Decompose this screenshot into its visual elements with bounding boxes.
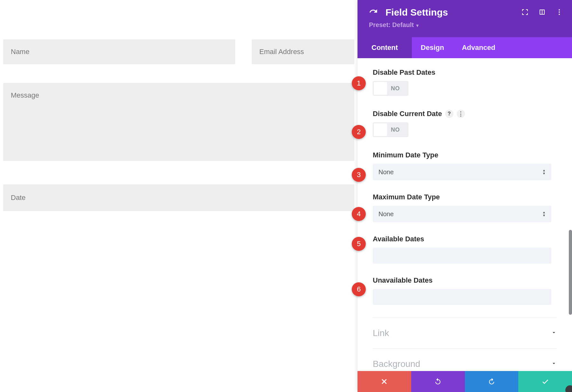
unavailable-dates-input[interactable]	[373, 289, 551, 305]
toggle-value: NO	[391, 85, 400, 92]
option-available-dates: Available Dates	[373, 235, 557, 264]
accordion-background[interactable]: Background	[373, 348, 557, 371]
toggle-knob	[374, 123, 387, 136]
badge-4: 4	[352, 207, 366, 221]
form-row-1	[3, 39, 354, 64]
panel-title: Field Settings	[385, 7, 448, 18]
unavailable-dates-label: Unavailable Dates	[373, 276, 557, 285]
select-arrows-icon: ▲▼	[542, 169, 546, 175]
badge-2: 2	[352, 125, 366, 139]
help-icon[interactable]: ?	[445, 110, 453, 118]
chevron-down-icon	[551, 330, 557, 337]
chevron-down-icon	[551, 361, 557, 368]
option-kebab-icon[interactable]: ⋮	[457, 110, 465, 118]
disable-current-date-label-text: Disable Current Date	[373, 110, 442, 118]
save-button[interactable]	[518, 371, 572, 392]
badge-5: 5	[352, 237, 366, 251]
select-arrows-icon: ▲▼	[542, 211, 546, 217]
tabs: Content Design Advanced	[358, 37, 572, 58]
max-date-type-select[interactable]: None ▲▼	[373, 206, 551, 222]
disable-past-dates-toggle[interactable]: NO	[373, 81, 408, 96]
max-date-type-label: Maximum Date Type	[373, 193, 557, 201]
message-field[interactable]	[3, 83, 354, 161]
form-row-2	[3, 83, 354, 162]
option-min-date-type: Minimum Date Type None ▲▼	[373, 151, 557, 180]
disable-past-dates-label: Disable Past Dates	[373, 68, 557, 77]
expand-icon[interactable]	[521, 8, 529, 18]
toggle-knob	[374, 82, 387, 95]
layout-icon[interactable]	[538, 8, 546, 18]
options-body: Disable Past Dates NO Disable Current Da…	[358, 58, 572, 371]
accordion-link[interactable]: Link	[373, 318, 557, 348]
svg-point-0	[559, 9, 560, 10]
svg-point-1	[559, 11, 560, 13]
undo-button[interactable]	[411, 371, 465, 392]
option-disable-past-dates: Disable Past Dates NO	[373, 68, 557, 97]
name-field[interactable]	[3, 39, 235, 64]
date-field[interactable]	[3, 184, 354, 211]
caret-down-icon: ▾	[416, 23, 419, 28]
tab-advanced[interactable]: Advanced	[453, 37, 504, 58]
preset-label: Preset: Default	[369, 21, 414, 28]
disable-current-date-toggle[interactable]: NO	[373, 122, 408, 137]
option-unavailable-dates: Unavailable Dates	[373, 276, 557, 305]
select-value: None	[378, 168, 394, 176]
tab-design[interactable]: Design	[412, 37, 453, 58]
form-preview	[3, 39, 354, 211]
available-dates-label: Available Dates	[373, 235, 557, 243]
panel-header: Field Settings Preset: Default ▾	[358, 0, 572, 37]
select-value: None	[378, 210, 394, 218]
min-date-type-select[interactable]: None ▲▼	[373, 164, 551, 180]
kebab-icon[interactable]	[555, 8, 563, 18]
form-row-3	[3, 184, 354, 211]
preset-selector[interactable]: Preset: Default ▾	[369, 21, 561, 29]
option-disable-current-date: Disable Current Date ? ⋮ NO	[373, 110, 557, 138]
settings-panel: Field Settings Preset: Default ▾ Content…	[358, 0, 572, 392]
badge-6: 6	[352, 282, 366, 296]
panel-header-icons	[521, 8, 563, 18]
min-date-type-label: Minimum Date Type	[373, 151, 557, 159]
svg-point-2	[559, 14, 560, 15]
toggle-value: NO	[391, 127, 400, 133]
badge-1: 1	[352, 76, 366, 90]
accordion-link-title: Link	[373, 328, 389, 338]
cancel-button[interactable]	[358, 371, 411, 392]
redo-button[interactable]	[465, 371, 519, 392]
disable-current-date-label: Disable Current Date ? ⋮	[373, 110, 557, 118]
action-bar	[358, 371, 572, 392]
scrollbar[interactable]	[569, 230, 572, 315]
email-field[interactable]	[252, 39, 354, 64]
available-dates-input[interactable]	[373, 248, 551, 264]
badge-3: 3	[352, 168, 366, 182]
accordion-background-title: Background	[373, 359, 420, 369]
tab-content[interactable]: Content	[358, 37, 412, 58]
back-icon[interactable]	[369, 6, 378, 18]
option-max-date-type: Maximum Date Type None ▲▼	[373, 193, 557, 222]
